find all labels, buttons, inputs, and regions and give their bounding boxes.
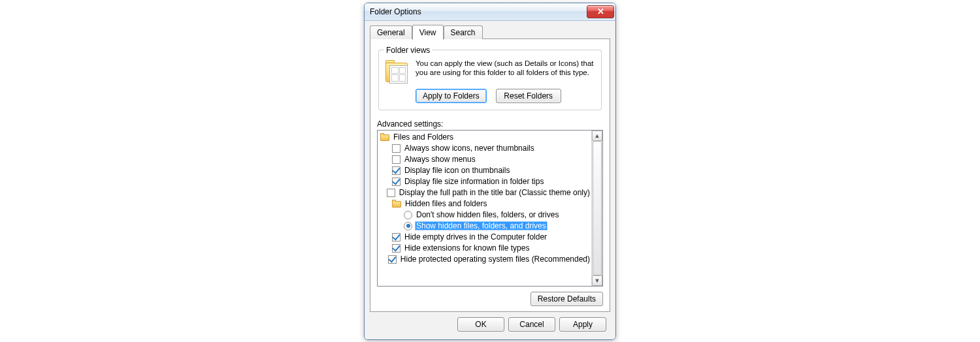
tree-scrollbar[interactable]: ▲ ▼ bbox=[591, 131, 602, 286]
checkbox-icon[interactable] bbox=[392, 233, 400, 241]
opt-label: Hide protected operating system files (R… bbox=[399, 255, 591, 264]
close-button[interactable]: ✕ bbox=[587, 5, 614, 18]
checkbox-icon[interactable] bbox=[392, 178, 400, 186]
window-title: Folder Options bbox=[370, 7, 421, 16]
radio-show-hidden[interactable]: Show hidden files, folders, and drives bbox=[379, 221, 591, 232]
close-icon: ✕ bbox=[597, 7, 604, 16]
opt-hide-empty-drives[interactable]: Hide empty drives in the Computer folder bbox=[379, 232, 591, 243]
advanced-settings-label: Advanced settings: bbox=[377, 119, 603, 129]
opt-label: Display file size information in folder … bbox=[403, 177, 545, 186]
tree-content[interactable]: Files and Folders Always show icons, nev… bbox=[378, 131, 591, 286]
checkbox-icon[interactable] bbox=[392, 144, 400, 153]
tab-body: Folder views You can apply the view (suc… bbox=[370, 39, 610, 312]
folder-views-description: You can apply the view (such as Details … bbox=[416, 59, 596, 85]
tab-search-label: Search bbox=[451, 28, 476, 37]
advanced-settings-tree: Files and Folders Always show icons, nev… bbox=[377, 130, 603, 287]
opt-display-file-icon-thumbnails[interactable]: Display file icon on thumbnails bbox=[379, 165, 591, 176]
radio-dont-show-hidden[interactable]: Don't show hidden files, folders, or dri… bbox=[379, 210, 591, 221]
chevron-up-icon: ▲ bbox=[595, 132, 600, 139]
opt-hide-extensions[interactable]: Hide extensions for known file types bbox=[379, 243, 591, 254]
opt-label: Hide empty drives in the Computer folder bbox=[403, 232, 548, 241]
opt-label: Display the full path in the title bar (… bbox=[398, 188, 591, 197]
scroll-thumb[interactable] bbox=[593, 141, 602, 275]
opt-display-file-size-tips[interactable]: Display file size information in folder … bbox=[379, 176, 591, 187]
checkbox-icon[interactable] bbox=[387, 189, 395, 197]
radio-icon[interactable] bbox=[404, 211, 412, 219]
tab-strip: General View Search bbox=[370, 25, 610, 39]
tab-view-label: View bbox=[419, 28, 436, 37]
tab-search[interactable]: Search bbox=[444, 25, 483, 39]
scroll-up-button[interactable]: ▲ bbox=[592, 131, 602, 141]
reset-folders-button[interactable]: Reset Folders bbox=[496, 89, 561, 103]
scroll-down-button[interactable]: ▼ bbox=[592, 275, 602, 286]
checkbox-icon[interactable] bbox=[392, 166, 400, 175]
ok-button[interactable]: OK bbox=[457, 317, 504, 332]
opt-label: Hide extensions for known file types bbox=[403, 243, 531, 253]
cancel-button[interactable]: Cancel bbox=[508, 317, 555, 332]
tab-view[interactable]: View bbox=[412, 25, 444, 40]
opt-hide-protected-os-files[interactable]: Hide protected operating system files (R… bbox=[379, 254, 591, 265]
opt-label: Display file icon on thumbnails bbox=[403, 166, 511, 175]
dialog-button-row: OK Cancel Apply bbox=[370, 312, 610, 334]
titlebar[interactable]: Folder Options ✕ bbox=[365, 3, 615, 21]
radio-label: Don't show hidden files, folders, or dri… bbox=[415, 210, 560, 219]
folder-views-legend: Folder views bbox=[384, 46, 432, 55]
checkbox-icon[interactable] bbox=[388, 255, 397, 264]
client-area: General View Search Folder views You can… bbox=[365, 21, 615, 339]
checkbox-icon[interactable] bbox=[392, 244, 400, 253]
radio-label: Show hidden files, folders, and drives bbox=[415, 221, 547, 230]
chevron-down-icon: ▼ bbox=[595, 277, 600, 284]
scroll-track[interactable] bbox=[592, 141, 602, 275]
tree-files-and-folders[interactable]: Files and Folders bbox=[379, 132, 591, 143]
opt-display-full-path[interactable]: Display the full path in the title bar (… bbox=[379, 187, 591, 198]
tree-root-label: Files and Folders bbox=[392, 132, 455, 142]
folder-views-group: Folder views You can apply the view (suc… bbox=[378, 46, 602, 110]
apply-button[interactable]: Apply bbox=[559, 317, 606, 332]
tab-general[interactable]: General bbox=[370, 25, 412, 39]
opt-label: Always show icons, never thumbnails bbox=[403, 144, 536, 153]
folder-options-window: Folder Options ✕ General View Search Fol… bbox=[364, 3, 616, 340]
folder-icon bbox=[380, 133, 389, 141]
apply-to-folders-button[interactable]: Apply to Folders bbox=[416, 89, 487, 103]
tab-general-label: General bbox=[377, 28, 405, 37]
opt-label: Always show menus bbox=[403, 155, 477, 164]
restore-defaults-button[interactable]: Restore Defaults bbox=[531, 292, 603, 306]
radio-icon[interactable] bbox=[404, 222, 412, 230]
checkbox-icon[interactable] bbox=[392, 155, 400, 164]
folder-views-icon bbox=[384, 59, 410, 85]
group-label: Hidden files and folders bbox=[404, 199, 488, 208]
folder-icon bbox=[392, 200, 401, 208]
opt-always-show-menus[interactable]: Always show menus bbox=[379, 154, 591, 165]
tree-hidden-files-group[interactable]: Hidden files and folders bbox=[379, 198, 591, 210]
opt-always-show-icons[interactable]: Always show icons, never thumbnails bbox=[379, 143, 591, 154]
